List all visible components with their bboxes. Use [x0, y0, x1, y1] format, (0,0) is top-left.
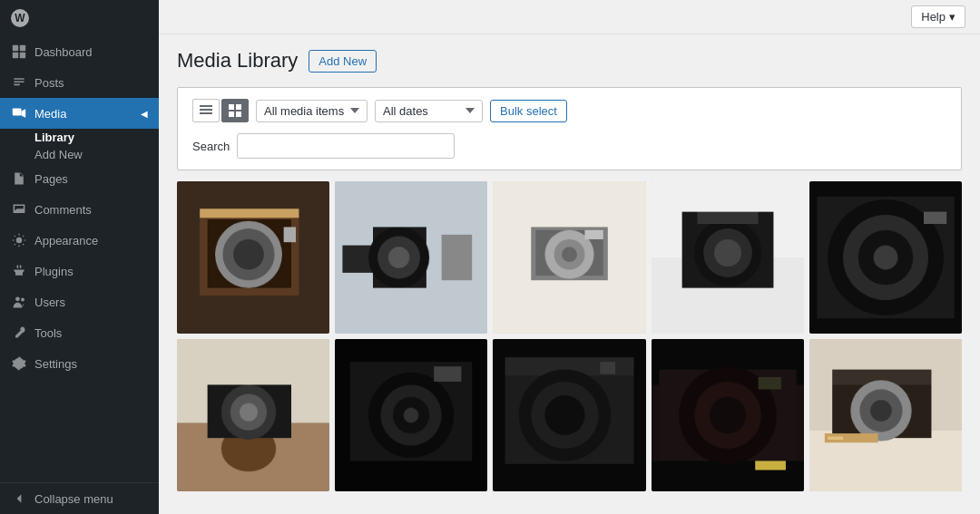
sidebar-item-dashboard-label: Dashboard — [34, 45, 93, 59]
svg-point-6 — [15, 296, 20, 301]
appearance-icon — [11, 232, 27, 248]
view-toggle — [192, 99, 249, 122]
bulk-select-button[interactable]: Bulk select — [490, 100, 567, 122]
settings-icon — [11, 355, 27, 372]
sidebar-item-posts[interactable]: Posts — [0, 67, 159, 98]
svg-rect-15 — [236, 112, 241, 117]
sidebar-item-comments-label: Comments — [34, 203, 92, 217]
svg-rect-12 — [229, 104, 234, 110]
media-item[interactable] — [493, 181, 645, 334]
sidebar-item-pages-label: Pages — [34, 172, 68, 186]
plugins-icon — [11, 263, 27, 279]
search-row: Search — [192, 133, 946, 159]
help-dropdown-icon: ▾ — [949, 10, 956, 24]
list-view-button[interactable] — [192, 99, 220, 122]
sidebar-sub-add-new[interactable]: Add New — [0, 146, 159, 163]
collapse-menu-button[interactable]: Collapse menu — [0, 482, 159, 514]
help-label: Help — [921, 10, 946, 24]
media-item[interactable] — [177, 339, 329, 491]
sidebar-item-dashboard[interactable]: Dashboard — [0, 36, 159, 67]
search-input[interactable] — [237, 133, 455, 159]
dates-filter[interactable]: All dates January 2024 February 2024 — [375, 100, 483, 122]
sidebar-item-settings-label: Settings — [34, 357, 77, 371]
sidebar-item-media-label: Media — [34, 107, 66, 121]
sidebar-item-tools-label: Tools — [34, 326, 62, 340]
media-item[interactable] — [652, 181, 804, 334]
sidebar-sub-library-label: Library — [34, 131, 74, 144]
svg-point-5 — [16, 238, 22, 243]
media-arrow-icon: ◀ — [141, 109, 148, 119]
svg-point-7 — [21, 298, 24, 302]
comments-icon — [11, 201, 27, 218]
sidebar-item-plugins-label: Plugins — [34, 265, 74, 278]
media-icon — [11, 105, 27, 121]
media-grid — [177, 181, 962, 491]
media-item[interactable] — [809, 181, 962, 334]
users-icon — [11, 294, 27, 310]
filter-bar: All media items Images Audio Video Docum… — [177, 87, 962, 170]
sidebar-logo: W — [0, 0, 159, 36]
filter-row: All media items Images Audio Video Docum… — [192, 99, 946, 122]
pages-icon — [11, 170, 27, 187]
sidebar-sub-library[interactable]: Library — [0, 129, 159, 146]
svg-rect-11 — [200, 112, 212, 114]
sidebar-item-pages[interactable]: Pages — [0, 163, 159, 194]
sidebar-item-tools[interactable]: Tools — [0, 317, 159, 348]
collapse-menu-label: Collapse menu — [34, 492, 113, 506]
sidebar-sub-add-new-label: Add New — [34, 148, 83, 161]
media-item[interactable] — [335, 181, 487, 334]
sidebar-item-users-label: Users — [34, 296, 65, 309]
add-new-button[interactable]: Add New — [309, 50, 377, 73]
svg-rect-13 — [236, 104, 241, 110]
dashboard-icon — [11, 44, 27, 60]
topbar: Help ▾ — [159, 0, 980, 34]
svg-rect-3 — [20, 53, 25, 58]
sidebar-item-comments[interactable]: Comments — [0, 194, 159, 225]
grid-view-button[interactable] — [221, 99, 249, 122]
page-header: Media Library Add New — [177, 49, 962, 73]
media-item[interactable] — [493, 339, 645, 491]
media-items-filter[interactable]: All media items Images Audio Video Docum… — [256, 100, 368, 122]
media-item[interactable] — [809, 339, 962, 491]
sidebar-item-appearance[interactable]: Appearance — [0, 225, 159, 256]
sidebar-item-settings[interactable]: Settings — [0, 348, 159, 379]
sidebar-item-media[interactable]: Media ◀ — [0, 98, 159, 129]
svg-rect-0 — [13, 45, 18, 51]
tools-icon — [11, 325, 27, 341]
svg-rect-14 — [229, 112, 234, 117]
media-item[interactable] — [177, 181, 329, 334]
sidebar: W Dashboard Posts Media ◀ Library Add Ne… — [0, 0, 159, 514]
page-title: Media Library — [177, 49, 298, 73]
media-item[interactable] — [652, 339, 804, 491]
content-area: Media Library Add New All media items — [159, 34, 980, 514]
svg-rect-4 — [13, 108, 22, 115]
media-item[interactable] — [335, 339, 487, 491]
svg-rect-2 — [13, 53, 18, 58]
main-content: Help ▾ Media Library Add New — [159, 0, 980, 514]
sidebar-item-users[interactable]: Users — [0, 286, 159, 317]
collapse-icon — [11, 490, 27, 507]
posts-icon — [11, 74, 27, 91]
sidebar-item-plugins[interactable]: Plugins — [0, 256, 159, 286]
help-button[interactable]: Help ▾ — [911, 5, 965, 28]
sidebar-item-appearance-label: Appearance — [34, 234, 98, 247]
svg-rect-9 — [200, 105, 212, 107]
sidebar-item-posts-label: Posts — [34, 76, 64, 90]
search-label: Search — [192, 140, 230, 153]
svg-rect-10 — [200, 109, 212, 111]
svg-rect-1 — [20, 45, 25, 51]
wordpress-icon: W — [11, 9, 29, 27]
